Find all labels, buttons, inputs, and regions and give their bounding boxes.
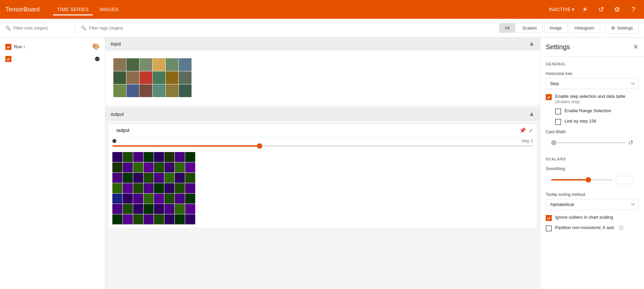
settings-panel-header: Settings ✕ [540, 38, 644, 57]
settings-button[interactable]: ⚙ Settings [605, 22, 639, 33]
run-column-label: Run ↑ [14, 44, 90, 49]
type-btn-all[interactable]: All [499, 23, 515, 33]
nav-time-series[interactable]: TIME SERIES [53, 4, 93, 15]
partition-help-icon[interactable]: ⓘ [619, 225, 624, 231]
pin-button[interactable]: 📌 [519, 127, 526, 134]
collage-cell [153, 58, 165, 71]
ignore-outliers-checkbox[interactable] [546, 215, 552, 221]
brightness-icon[interactable]: ☀ [580, 4, 590, 15]
output-card-slider-row [108, 144, 537, 149]
output-card-controls: 📌 ⤢ [519, 127, 533, 134]
link-by-step-checkbox[interactable] [555, 119, 561, 125]
search-icon: 🔍 [5, 25, 11, 30]
collage-cell [179, 84, 192, 97]
divider [75, 23, 75, 33]
topbar: TensorBoard TIME SERIES IMAGES INACTIVE … [0, 0, 644, 19]
grid-cell [133, 183, 143, 193]
run-color-dot [95, 57, 100, 61]
enable-step-selection-row: Enable step selection and data table (Sc… [540, 92, 644, 106]
collage-cell [140, 71, 152, 84]
grid-cell [144, 214, 154, 224]
enable-range-selection-checkbox[interactable] [555, 109, 561, 115]
card-width-slider-track[interactable] [551, 142, 626, 143]
enable-step-selection-checkbox[interactable] [546, 94, 552, 100]
collage-cell [166, 71, 178, 84]
output-collapse-button[interactable]: ▲ [529, 111, 535, 118]
card-width-slider-thumb[interactable] [551, 140, 556, 145]
select-all-checkbox[interactable] [5, 44, 11, 50]
run-checkbox[interactable] [5, 56, 11, 62]
card-width-reset-button[interactable]: ↺ [628, 139, 633, 146]
grid-cell [123, 183, 133, 193]
grid-cell [154, 194, 164, 204]
smoothing-slider-track[interactable] [551, 179, 613, 180]
output-image-card: output 📌 ⤢ . Step 3 [108, 123, 537, 229]
collage-cell [179, 58, 192, 71]
enable-step-selection-label: Enable step selection and data table [555, 94, 626, 99]
type-buttons-group: All Scalars Image Histogram [499, 23, 600, 33]
collage-cell [113, 84, 126, 97]
grid-cell [154, 152, 164, 162]
grid-cell [133, 214, 143, 224]
output-image-grid [112, 152, 533, 224]
sidebar-header-row: Run ↑ 🎨 [3, 40, 102, 53]
enable-range-selection-row: Enable Range Selection [540, 106, 644, 117]
collage-cell [140, 84, 152, 97]
horizontal-axis-field: Horizontal Axis Step Relative Wall [540, 69, 644, 92]
partition-checkbox[interactable] [546, 225, 552, 231]
horizontal-axis-label: Horizontal Axis [546, 71, 639, 76]
input-collapse-button[interactable]: ▲ [529, 40, 535, 47]
refresh-icon[interactable]: ↺ [596, 4, 606, 15]
grid-cell [112, 214, 122, 224]
horizontal-axis-select[interactable]: Step Relative Wall [546, 78, 639, 89]
expand-button[interactable]: ⤢ [529, 127, 533, 134]
scalars-section-title: SCALARS [540, 152, 644, 164]
grid-cell [133, 162, 143, 172]
smoothing-label: Smoothing [546, 166, 639, 171]
settings-close-button[interactable]: ✕ [633, 43, 639, 51]
step-slider-thumb[interactable] [257, 143, 262, 149]
grid-cell [123, 194, 133, 204]
grid-cell [185, 214, 195, 224]
step-slider-track[interactable] [112, 145, 533, 147]
collage-cell [140, 58, 152, 71]
tooltip-sort-select[interactable]: Alphabetical Ascending Descending Defaul… [546, 199, 639, 210]
collage-cell [126, 84, 139, 97]
type-btn-image[interactable]: Image [544, 23, 568, 33]
help-icon[interactable]: ? [628, 4, 639, 15]
smoothing-slider-thumb[interactable] [586, 177, 591, 183]
link-by-step-row: Link by step 156 [540, 117, 644, 127]
nav-images[interactable]: IMAGES [95, 4, 122, 15]
grid-cell [112, 162, 122, 172]
content-area: input ▲ [105, 38, 540, 289]
output-section-title: output [111, 112, 124, 117]
top-navigation: TIME SERIES IMAGES [53, 4, 123, 15]
output-card-header: output 📌 ⤢ [108, 124, 537, 137]
type-btn-scalars[interactable]: Scalars [517, 23, 542, 33]
grid-cell [144, 183, 154, 193]
run-indicator-label: . [119, 139, 120, 143]
runs-filter-input[interactable] [13, 25, 70, 30]
settings-button-label: Settings [617, 25, 633, 30]
grid-cell [144, 173, 154, 183]
grid-cell [164, 152, 174, 162]
grid-cell [144, 194, 154, 204]
grid-cell [144, 152, 154, 162]
output-section-header: output ▲ [105, 108, 540, 121]
input-images-grid [105, 50, 540, 105]
grid-cell [133, 152, 143, 162]
card-width-label: Card Width [546, 130, 639, 134]
grid-cell [154, 214, 164, 224]
palette-button[interactable]: 🎨 [92, 43, 100, 50]
type-btn-histogram[interactable]: Histogram [569, 23, 600, 33]
smoothing-value-input[interactable]: 0.6 [616, 176, 633, 184]
tags-filter-input[interactable] [89, 25, 145, 30]
settings-icon[interactable]: ⚙ [612, 4, 623, 15]
grid-cell [185, 162, 195, 172]
grid-cell [175, 173, 185, 183]
collage-cell [166, 84, 178, 97]
input-section-header: input ▲ [105, 38, 540, 50]
tooltip-sort-field: Tooltip sorting method Alphabetical Asce… [540, 190, 644, 213]
main-layout: Run ↑ 🎨 . input ▲ [0, 38, 644, 289]
card-width-field: Card Width ↺ [540, 127, 644, 152]
